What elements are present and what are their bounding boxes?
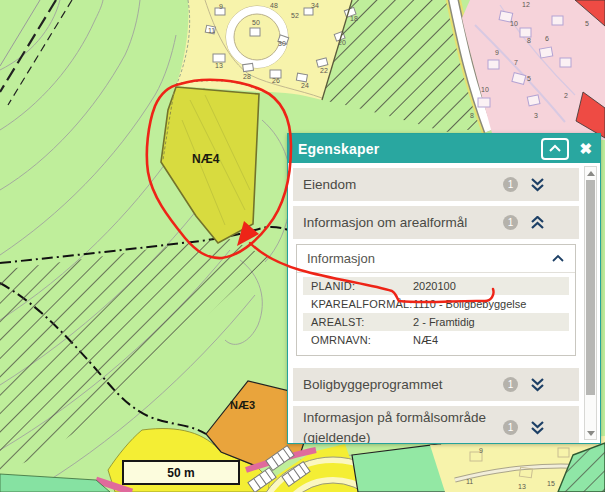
panel-header: Egenskaper ✖	[288, 134, 600, 163]
double-chevron-down-icon	[530, 421, 545, 435]
section-header-arealformal[interactable]: Informasjon om arealformål 1	[293, 206, 579, 239]
section-boligbyggeprogrammet: Boligbyggeprogrammet 1	[293, 368, 579, 401]
close-panel-button[interactable]: ✖	[579, 141, 592, 156]
section-header-boligbyggeprogrammet[interactable]: Boligbyggeprogrammet 1	[293, 368, 579, 401]
count-badge: 1	[503, 177, 518, 192]
scroll-up-button[interactable]	[585, 167, 596, 179]
double-chevron-down-icon	[530, 178, 545, 192]
triangle-down-icon	[587, 431, 595, 436]
panel-scrollbar[interactable]	[584, 166, 597, 440]
section-content-arealformal: Informasjon PLANID: 2020100 KPAREALFORMÅ…	[293, 239, 579, 363]
properties-panel: Egenskaper ✖ Eiendom 1 Informasjon om ar…	[287, 133, 601, 444]
section-eiendom: Eiendom 1	[293, 168, 579, 201]
count-badge: 1	[503, 420, 518, 435]
section-label: Informasjon om arealformål	[303, 213, 503, 233]
table-row: AREALST: 2 - Framtidig	[303, 313, 569, 331]
section-formalsomrade: Informasjon på formålsområde (gjeldende)…	[293, 406, 579, 443]
double-chevron-up-icon	[530, 216, 545, 230]
attr-value: 2 - Framtidig	[413, 316, 569, 328]
triangle-up-icon	[587, 171, 595, 176]
count-badge: 1	[503, 377, 518, 392]
double-chevron-down-icon	[530, 378, 545, 392]
section-label: Informasjon på formålsområde (gjeldende)	[303, 408, 503, 443]
section-header-formalsomrade[interactable]: Informasjon på formålsområde (gjeldende)…	[293, 406, 579, 443]
count-badge: 1	[503, 215, 518, 230]
scrollbar-thumb[interactable]	[586, 180, 595, 395]
info-card-header[interactable]: Informasjon	[297, 245, 575, 273]
panel-title: Egenskaper	[298, 141, 541, 157]
table-row: PLANID: 2020100	[303, 277, 569, 295]
section-header-eiendom[interactable]: Eiendom 1	[293, 168, 579, 201]
section-label: Boligbyggeprogrammet	[303, 375, 503, 395]
panel-body: Eiendom 1 Informasjon om arealformål 1	[288, 163, 600, 443]
attr-label: AREALST:	[311, 316, 413, 328]
scroll-down-button[interactable]	[585, 427, 596, 439]
table-row: KPAREALFORMÅL: 1110 - Boligbebyggelse	[303, 295, 569, 313]
scale-bar-label: 50 m	[167, 466, 194, 480]
info-card: Informasjon PLANID: 2020100 KPAREALFORMÅ…	[296, 244, 576, 356]
chevron-up-icon	[548, 144, 562, 153]
attr-value: 1110 - Boligbebyggelse	[413, 298, 569, 310]
scale-bar: 50 m	[122, 460, 240, 485]
attr-label: KPAREALFORMÅL:	[311, 298, 413, 310]
attributes-table: PLANID: 2020100 KPAREALFORMÅL: 1110 - Bo…	[303, 277, 569, 349]
chevron-up-icon	[551, 254, 565, 263]
section-arealformal: Informasjon om arealformål 1 Informasjon	[293, 206, 579, 363]
table-row: OMRNAVN: NÆ4	[303, 331, 569, 349]
collapse-panel-button[interactable]	[541, 138, 569, 160]
attr-value: NÆ4	[413, 334, 569, 346]
attr-label: PLANID:	[311, 280, 413, 292]
attr-label: OMRNAVN:	[311, 334, 413, 346]
section-label: Eiendom	[303, 175, 503, 195]
info-card-title: Informasjon	[307, 251, 551, 266]
attr-value: 2020100	[413, 280, 569, 292]
